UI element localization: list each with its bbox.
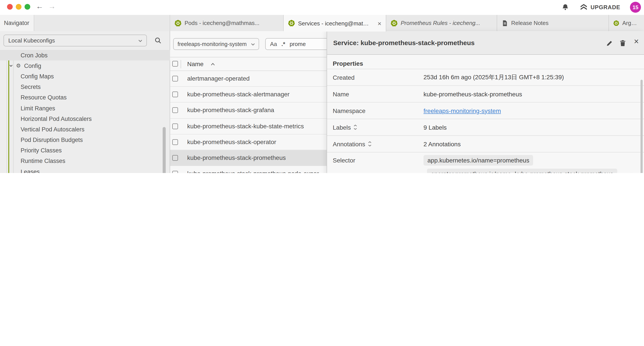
service-row[interactable]: kube-prometheus-stack-kube-state-metrics [170, 118, 326, 134]
list-search-input[interactable]: Aa .* prome [265, 38, 326, 50]
match-case-toggle[interactable]: Aa [270, 41, 277, 47]
service-name: kube-prometheus-stack-grafana [187, 107, 274, 114]
detail-row-annotations: Annotations 2 Annotations [327, 135, 644, 152]
drawer-header: Service: kube-prometheus-stack-prometheu… [327, 31, 644, 55]
sidebar-item-label: Cron Jobs [20, 52, 48, 58]
detail-value: kube-prometheus-stack-prometheus [424, 90, 522, 97]
list-header: Name [170, 57, 326, 71]
detail-label: Labels [333, 124, 424, 131]
minimize-window-button[interactable] [16, 4, 22, 10]
delete-trash-icon[interactable] [619, 39, 626, 47]
drawer-body: Properties Created 253d 16h 6m ago (2025… [327, 55, 644, 173]
gear-icon: ⚙ [15, 62, 22, 69]
detail-label: Name [333, 90, 424, 97]
close-window-button[interactable] [7, 4, 13, 10]
service-row[interactable]: kube-prometheus-stack-grafana [170, 103, 326, 118]
tab-label: Pods - icecheng@mathmas... [184, 20, 259, 26]
detail-row-name: Name kube-prometheus-stack-prometheus [327, 85, 644, 102]
tab-argo[interactable]: Argo Se [609, 15, 644, 31]
upgrade-button[interactable]: UPGRADE [580, 3, 620, 11]
namespace-select[interactable]: freeleaps-monitoring-system [173, 38, 259, 50]
detail-row-labels: Labels 9 Labels [327, 119, 644, 135]
regex-toggle[interactable]: .* [282, 41, 285, 47]
sidebar-item-runtime-classes[interactable]: Runtime Classes [0, 156, 170, 166]
window-titlebar: ← → UPGRADE 15 [0, 0, 644, 15]
selector-chip: operator.prometheus.io/name=kube-prometh… [427, 169, 617, 173]
edit-pencil-icon[interactable] [606, 39, 613, 47]
sidebar-controls: Local Kubeconfigs [0, 31, 170, 50]
sidebar-item-horizontal-pod-autoscalers[interactable]: Horizontal Pod Autoscalers [0, 113, 170, 124]
row-checkbox[interactable] [172, 107, 178, 113]
sidebar-item-leases[interactable]: Leases [0, 166, 170, 173]
row-checkbox[interactable] [172, 155, 178, 161]
service-name: alertmanager-operated [187, 75, 250, 82]
namespace-link[interactable]: freeleaps-monitoring-system [424, 107, 501, 114]
service-row[interactable]: alertmanager-operated [170, 71, 326, 87]
tab-strip: Navigator Pods - icecheng@mathmas... Ser… [0, 15, 644, 31]
detail-value: 253d 16h 6m ago (2025年1月13日 GMT+8 1:25:3… [424, 73, 564, 81]
service-name: kube-prometheus-stack-alertmanager [187, 91, 290, 98]
expand-collapse-icon[interactable] [354, 124, 358, 130]
kubernetes-icon [174, 19, 182, 26]
detail-label: Namespace [333, 107, 424, 114]
expand-collapse-icon[interactable] [368, 141, 372, 147]
tab-services[interactable]: Services - icecheng@math... × [284, 15, 386, 31]
sidebar-scrollbar-thumb[interactable] [163, 127, 166, 173]
tab-prometheus-rules[interactable]: Prometheus Rules - icecheng... [386, 15, 497, 31]
detail-row-selector: Selector app.kubernetes.io/name=promethe… [327, 152, 644, 173]
sidebar-item-secrets[interactable]: Secrets [0, 82, 170, 92]
row-checkbox[interactable] [172, 91, 178, 97]
sidebar-search-icon[interactable] [154, 37, 162, 44]
notifications-bell-icon[interactable] [562, 3, 569, 11]
service-row[interactable]: kube-prometheus-stack-operator [170, 134, 326, 150]
selector-chip: app.kubernetes.io/name=prometheus [424, 155, 533, 166]
tab-label: Prometheus Rules - icecheng... [401, 20, 480, 26]
section-heading-properties: Properties [333, 58, 644, 69]
row-checkbox[interactable] [172, 123, 178, 129]
sidebar-item-label: Limit Ranges [20, 105, 55, 111]
divider [180, 60, 181, 68]
sidebar-item-label: Vertical Pod Autoscalers [20, 126, 84, 133]
sidebar-item-priority-classes[interactable]: Priority Classes [0, 145, 170, 156]
service-row[interactable]: kube-prometheus-stack-alertmanager [170, 87, 326, 102]
back-arrow-icon[interactable]: ← [36, 2, 44, 11]
sidebar-item-vertical-pod-autoscalers[interactable]: Vertical Pod Autoscalers [0, 124, 170, 135]
row-checkbox[interactable] [172, 171, 178, 173]
sidebar-item-resource-quotas[interactable]: Resource Quotas [0, 92, 170, 103]
tab-label: Navigator [4, 20, 29, 26]
service-row[interactable]: kube-prometheus-stack-prometheus-node-ex… [170, 166, 326, 173]
forward-arrow-icon[interactable]: → [48, 2, 56, 11]
zoom-window-button[interactable] [24, 4, 30, 10]
tab-label: Release Notes [511, 20, 549, 26]
close-tab-icon[interactable]: × [378, 20, 382, 26]
sidebar-item-pod-disruption-budgets[interactable]: Pod Disruption Budgets [0, 135, 170, 145]
file-text-icon [502, 19, 508, 26]
tab-release-notes[interactable]: Release Notes [497, 15, 609, 31]
detail-value: 9 Labels [424, 124, 447, 131]
service-row-selected[interactable]: kube-prometheus-stack-prometheus [170, 150, 326, 166]
app-window: ← → UPGRADE 15 Navigator Pods - icecheng… [0, 0, 644, 173]
detail-label: Annotations [333, 140, 424, 147]
service-detail-drawer: Service: kube-prometheus-stack-prometheu… [326, 31, 644, 173]
column-header-name[interactable]: Name [187, 60, 204, 67]
detail-label: Selector [333, 152, 424, 164]
row-checkbox[interactable] [172, 76, 178, 81]
kubeconfig-select[interactable]: Local Kubeconfigs [4, 34, 147, 46]
upgrade-label: UPGRADE [590, 4, 620, 10]
drawer-scrollbar-thumb[interactable] [640, 80, 643, 173]
update-count-badge[interactable]: 15 [630, 2, 641, 13]
tab-navigator[interactable]: Navigator [0, 15, 34, 31]
close-drawer-icon[interactable]: × [634, 37, 639, 46]
sidebar-item-cron-jobs[interactable]: Cron Jobs [0, 50, 170, 60]
sidebar-item-config-maps[interactable]: Config Maps [0, 71, 170, 82]
select-all-checkbox[interactable] [172, 61, 178, 66]
sidebar-group-config[interactable]: ⚙ Config [0, 60, 170, 71]
tab-pods[interactable]: Pods - icecheng@mathmas... [170, 15, 284, 31]
sidebar-item-limit-ranges[interactable]: Limit Ranges [0, 103, 170, 113]
detail-row-namespace: Namespace freeleaps-monitoring-system [327, 102, 644, 119]
chevron-down-icon [138, 38, 143, 43]
resource-tree: Cron Jobs ⚙ Config Config Maps Secrets R… [0, 50, 170, 173]
detail-row-created: Created 253d 16h 6m ago (2025年1月13日 GMT+… [327, 69, 644, 85]
row-checkbox[interactable] [172, 139, 178, 145]
sort-ascending-icon[interactable] [210, 62, 215, 66]
